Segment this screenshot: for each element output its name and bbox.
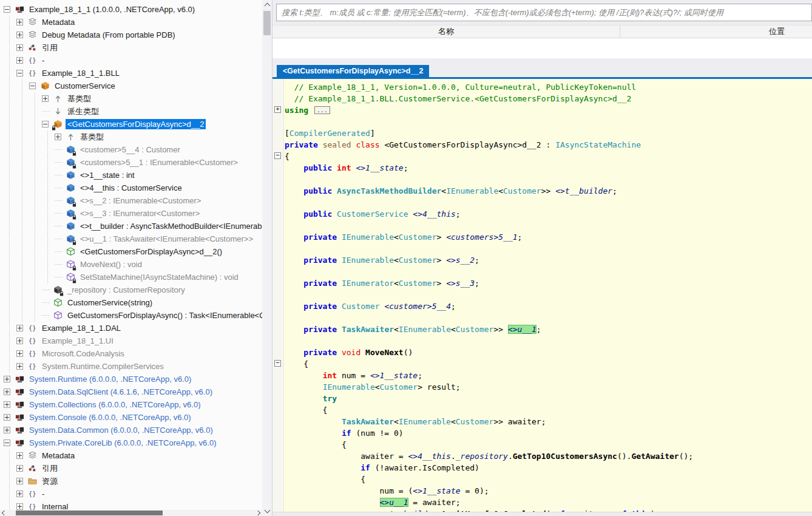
- tree-horizontal-scrollbar[interactable]: [0, 510, 262, 516]
- code-line[interactable]: {: [285, 474, 812, 485]
- code-line[interactable]: if (!awaiter.IsCompleted): [285, 462, 812, 474]
- tree-expander[interactable]: [16, 491, 23, 497]
- tree-row[interactable]: <GetCustomersForDisplayAsync>d__2: [2, 118, 262, 131]
- tree-row[interactable]: <>s__2 : IEnumerable<Customer>: [2, 194, 262, 207]
- tree-vscrollbar-thumb[interactable]: [263, 11, 271, 35]
- tree-row[interactable]: {}Microsoft.CodeAnalysis: [2, 347, 262, 360]
- tree-expander[interactable]: [16, 32, 23, 38]
- tree-expander[interactable]: [16, 503, 23, 510]
- code-line[interactable]: {: [285, 404, 812, 416]
- tree-row[interactable]: _repository : CustomerRepository: [2, 283, 262, 296]
- tree-row[interactable]: System.Runtime (6.0.0.0, .NETCoreApp, v6…: [2, 373, 262, 385]
- code-line[interactable]: [285, 174, 812, 185]
- tree-row[interactable]: CustomerService: [2, 80, 262, 92]
- code-line[interactable]: [285, 335, 812, 347]
- tree-row[interactable]: 基类型: [2, 92, 262, 105]
- tree-row[interactable]: 派生类型: [2, 105, 262, 118]
- search-results-list[interactable]: [272, 38, 812, 58]
- code-line[interactable]: public CustomerService <>4__this;: [285, 208, 812, 220]
- code-line[interactable]: private Customer <customer>5__4;: [285, 300, 812, 312]
- tree-row[interactable]: 引用: [2, 41, 262, 54]
- tree-row[interactable]: Metadata: [2, 16, 262, 29]
- code-line[interactable]: IEnumerable<Customer> result;: [285, 381, 812, 393]
- scroll-up-icon[interactable]: [265, 3, 271, 9]
- tree-expander[interactable]: [16, 338, 23, 344]
- fold-toggle[interactable]: −: [274, 152, 281, 159]
- code-line[interactable]: private sealed class <GetCustomersForDis…: [285, 139, 812, 151]
- code-line[interactable]: private IEnumerator<Customer> <>s__3;: [285, 277, 812, 289]
- tree-row[interactable]: Example_18_1_1 (1.0.0.0, .NETCoreApp, v6…: [2, 3, 262, 16]
- tree-expander[interactable]: [4, 427, 10, 433]
- scroll-right-icon[interactable]: [255, 511, 260, 515]
- tree-row[interactable]: CustomerService(string): [2, 296, 262, 309]
- code-line[interactable]: [285, 197, 812, 208]
- tree-expander[interactable]: [16, 57, 23, 64]
- tree-row[interactable]: {}Example_18_1_1.DAL: [2, 322, 262, 334]
- code-line[interactable]: private void MoveNext(): [285, 347, 812, 358]
- code-line[interactable]: try: [285, 393, 812, 404]
- tree-row[interactable]: System.Collections (6.0.0.0, .NETCoreApp…: [2, 398, 262, 411]
- tree-vertical-scrollbar[interactable]: [262, 0, 272, 516]
- code-bottom-scrollbar[interactable]: [272, 512, 812, 516]
- code-line[interactable]: private IEnumerable<Customer> <customers…: [285, 231, 812, 243]
- code-line[interactable]: [285, 266, 812, 277]
- tree-expander[interactable]: [16, 19, 23, 25]
- tree-row[interactable]: <>1__state : int: [2, 169, 262, 182]
- tree-row[interactable]: {}-: [2, 487, 262, 500]
- tree-expander[interactable]: [42, 95, 49, 102]
- tree-row[interactable]: 基类型: [2, 131, 262, 143]
- tree-row[interactable]: <GetCustomersForDisplayAsync>d__2(): [2, 245, 262, 258]
- tree-expander[interactable]: [55, 134, 61, 140]
- tree-expander[interactable]: [4, 414, 10, 421]
- tree-row[interactable]: <>4__this : CustomerService: [2, 182, 262, 194]
- code-line[interactable]: awaiter = <>4__this._repository.GetTop10…: [285, 450, 812, 462]
- tree-expander[interactable]: [16, 478, 23, 484]
- tree-row[interactable]: <customer>5__4 : Customer: [2, 143, 262, 156]
- tree-row[interactable]: System.Data.SqlClient (4.6.1.6, .NETCore…: [2, 385, 262, 398]
- tree-row[interactable]: Metadata: [2, 449, 262, 462]
- tree-row[interactable]: System.Private.CoreLib (6.0.0.0, .NETCor…: [2, 436, 262, 449]
- code-line[interactable]: [285, 220, 812, 231]
- code-line[interactable]: [285, 243, 812, 254]
- tab-getcustomersfordisplayasync[interactable]: <GetCustomersForDisplayAsync>d__2: [277, 65, 429, 77]
- column-header-location[interactable]: 位置: [620, 25, 812, 38]
- tree-expander[interactable]: [4, 6, 10, 13]
- tree-row[interactable]: {}System.Runtime.CompilerServices: [2, 360, 262, 373]
- tree-row[interactable]: MoveNext() : void: [2, 258, 262, 271]
- tree-expander[interactable]: [16, 452, 23, 459]
- tree-expander[interactable]: [16, 325, 23, 331]
- code-line[interactable]: {: [285, 439, 812, 450]
- tree-row[interactable]: System.Console (6.0.0.0, .NETCoreApp, v6…: [2, 411, 262, 424]
- fold-toggle[interactable]: −: [274, 360, 281, 367]
- code-line[interactable]: using ...: [285, 104, 812, 116]
- tree-expander[interactable]: [4, 401, 10, 408]
- tree-expander[interactable]: [29, 83, 36, 89]
- tree-expander[interactable]: [4, 440, 10, 446]
- tree-row[interactable]: {}Example_18_1_1.BLL: [2, 67, 262, 80]
- tree-expander[interactable]: [42, 121, 49, 127]
- tree-expander[interactable]: [16, 70, 23, 76]
- code-line[interactable]: <>u__1 = awaiter;: [285, 497, 812, 508]
- tree-hscrollbar-thumb[interactable]: [16, 511, 163, 515]
- code-line[interactable]: {: [285, 151, 812, 162]
- code-line[interactable]: {: [285, 358, 812, 370]
- tree-row[interactable]: Debug Metadata (From portable PDB): [2, 29, 262, 41]
- code-line[interactable]: int num = <>1__state;: [285, 370, 812, 381]
- tree-row[interactable]: 资源: [2, 475, 262, 487]
- tree-row[interactable]: <customers>5__1 : IEnumerable<Customer>: [2, 156, 262, 169]
- tree-row[interactable]: {}-: [2, 54, 262, 67]
- tree-expander[interactable]: [16, 350, 23, 357]
- code-line[interactable]: [285, 289, 812, 300]
- column-header-name[interactable]: 名称: [272, 25, 620, 38]
- tree-row[interactable]: 引用: [2, 462, 262, 475]
- code-line[interactable]: public int <>1__state;: [285, 162, 812, 174]
- tree-row[interactable]: {}Example_18_1_1.UI: [2, 334, 262, 347]
- tree-expander[interactable]: [16, 44, 23, 51]
- tree-row[interactable]: <>t__builder : AsyncTaskMethodBuilder<IE…: [2, 220, 262, 233]
- code-line[interactable]: // Example_18_1_1, Version=1.0.0.0, Cult…: [285, 81, 812, 93]
- scroll-down-icon[interactable]: [265, 508, 271, 514]
- tree-expander[interactable]: [16, 363, 23, 370]
- code-line[interactable]: public AsyncTaskMethodBuilder<IEnumerabl…: [285, 185, 812, 197]
- search-input[interactable]: [276, 4, 812, 21]
- code-line[interactable]: num = (<>1__state = 0);: [285, 485, 812, 497]
